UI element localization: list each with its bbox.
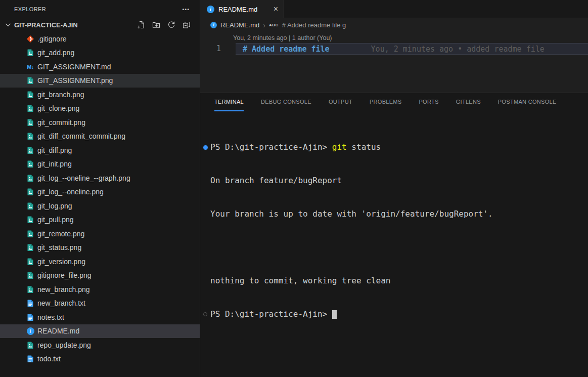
file-row-git_commit.png[interactable]: git_commit.png [0, 115, 200, 130]
terminal-blank-line [203, 242, 588, 253]
text-file-icon [26, 299, 34, 307]
command-success-decoration-icon[interactable] [203, 145, 208, 150]
breadcrumb-symbol[interactable]: # Added readme file g [282, 21, 346, 29]
root-folder-label: GIT-PRACTICE-AJIN [14, 21, 78, 29]
terminal-output-line: On branch feature/bugReport [203, 175, 588, 186]
image-file-icon [26, 258, 34, 266]
file-row-git_pull.png[interactable]: git_pull.png [0, 213, 200, 227]
image-file-icon [26, 202, 34, 210]
symbol-string-icon: ABC [269, 23, 279, 27]
image-file-icon [26, 132, 34, 140]
close-icon[interactable]: × [274, 5, 278, 13]
image-file-icon [26, 91, 34, 99]
terminal-prompt: PS D:\git-practice-Ajin> [210, 142, 332, 153]
file-tree: .gitignore git_add.png M↓ GIT_ASSIGNMENT… [0, 32, 200, 366]
terminal-output-line: nothing to commit, working tree clean [203, 275, 588, 286]
new-file-icon[interactable] [137, 21, 145, 29]
refresh-icon[interactable] [167, 21, 175, 29]
breadcrumb: i README.md › ABC # Added readme file g [200, 18, 588, 32]
line-number: 1 [200, 43, 233, 55]
file-row-new_branch.txt[interactable]: new_branch.txt [0, 297, 200, 311]
chevron-down-icon [4, 21, 12, 29]
image-file-icon [26, 341, 34, 349]
editor-code-line[interactable]: 1 # Added readme fileYou, 2 minutes ago … [200, 43, 588, 55]
text-file-icon [26, 355, 34, 363]
new-folder-icon[interactable] [152, 21, 160, 29]
file-row-git_diff.png[interactable]: git_diff.png [0, 143, 200, 157]
readme-info-icon: i [207, 6, 214, 13]
text-file-icon [26, 313, 34, 321]
file-row-git_log.png[interactable]: git_log.png [0, 199, 200, 213]
tab-postman-console[interactable]: POSTMAN CONSOLE [498, 93, 557, 111]
main-area: i README.md × i README.md › ABC # Added … [200, 0, 588, 377]
file-row-.gitignore[interactable]: .gitignore [0, 32, 200, 46]
tab-ports[interactable]: PORTS [419, 93, 438, 111]
editor-body[interactable]: You, 2 minutes ago | 1 author (You) 1 # … [200, 32, 588, 93]
file-row-todo.txt[interactable]: todo.txt [0, 352, 200, 366]
git-file-icon [26, 35, 34, 43]
image-file-icon [26, 188, 34, 196]
gitlens-inline-blame: You, 2 minutes ago • added readme file [371, 45, 545, 54]
image-file-icon [26, 76, 34, 85]
image-file-icon [26, 230, 34, 238]
terminal-prompt: PS D:\git-practice-Ajin> [210, 309, 332, 320]
file-row-git_log_--oneline_--graph.png[interactable]: git_log_--oneline_--graph.png [0, 171, 200, 185]
terminal[interactable]: PS D:\git-practice-Ajin> git status On b… [200, 111, 588, 377]
tab-output[interactable]: OUTPUT [329, 93, 352, 111]
file-row-git_add.png[interactable]: git_add.png [0, 46, 200, 60]
terminal-command-args: status [347, 142, 381, 153]
terminal-output-line: Your branch is up to date with 'origin/f… [203, 208, 588, 220]
file-row-repo_update.png[interactable]: repo_update.png [0, 338, 200, 352]
image-file-icon [26, 243, 34, 252]
file-row-GIT_ASSIGNMENT.png[interactable]: GIT_ASSIGNMENT.png [0, 74, 200, 88]
editor-group: i README.md × i README.md › ABC # Added … [200, 0, 588, 93]
breadcrumb-file[interactable]: README.md [220, 21, 259, 29]
tab-gitlens[interactable]: GITLENS [456, 93, 481, 111]
tab-label: README.md [218, 6, 269, 13]
collapse-all-icon[interactable] [183, 21, 191, 29]
file-row-git_status.png[interactable]: git_status.png [0, 241, 200, 255]
terminal-input-line[interactable]: PS D:\git-practice-Ajin> [203, 309, 588, 320]
breadcrumb-separator-icon: › [263, 21, 265, 29]
tab-debug-console[interactable]: DEBUG CONSOLE [261, 93, 311, 111]
file-row-GIT_ASSIGNMENT.md[interactable]: M↓ GIT_ASSIGNMENT.md [0, 60, 200, 74]
explorer-title: EXPLORER [14, 6, 46, 12]
file-row-git_diff_commit_commit.png[interactable]: git_diff_commit_commit.png [0, 130, 200, 144]
tab-terminal[interactable]: TERMINAL [214, 93, 244, 111]
explorer-sidebar: EXPLORER ••• GIT-PRACTICE-AJIN [0, 0, 200, 377]
file-row-git_log_--oneline.png[interactable]: git_log_--oneline.png [0, 185, 200, 199]
file-row-git_version.png[interactable]: git_version.png [0, 255, 200, 269]
terminal-command: git [332, 142, 347, 153]
markdown-file-icon: M↓ [27, 64, 34, 70]
gitlens-codelens[interactable]: You, 2 minutes ago | 1 author (You) [233, 34, 588, 43]
file-row-gitignore_file.png[interactable]: gitignore_file.png [0, 269, 200, 283]
file-row-README.md[interactable]: i README.md [0, 324, 200, 339]
tab-readme[interactable]: i README.md × [200, 0, 284, 18]
file-row-git_clone.png[interactable]: git_clone.png [0, 102, 200, 116]
file-row-git_remote.png[interactable]: git_remote.png [0, 227, 200, 241]
panel-tab-bar: TERMINAL DEBUG CONSOLE OUTPUT PROBLEMS P… [200, 93, 588, 111]
image-file-icon [26, 146, 34, 154]
file-row-git_init.png[interactable]: git_init.png [0, 157, 200, 172]
file-row-notes.txt[interactable]: notes.txt [0, 310, 200, 324]
image-file-icon [26, 271, 34, 279]
image-file-icon [26, 216, 34, 224]
image-file-icon [26, 160, 34, 168]
bottom-panel: TERMINAL DEBUG CONSOLE OUTPUT PROBLEMS P… [200, 93, 588, 377]
file-row-new_branch.png[interactable]: new_branch.png [0, 282, 200, 297]
tab-problems[interactable]: PROBLEMS [370, 93, 402, 111]
terminal-command-line: PS D:\git-practice-Ajin> git status [203, 142, 588, 153]
readme-info-icon: i [210, 22, 217, 28]
readme-info-icon: i [27, 327, 34, 335]
vscode-window: EXPLORER ••• GIT-PRACTICE-AJIN [0, 0, 588, 377]
image-file-icon [26, 285, 34, 294]
markdown-heading-code[interactable]: # Added readme file [243, 45, 330, 54]
image-file-icon [26, 104, 34, 112]
explorer-toolbar [137, 21, 191, 29]
editor-tab-bar: i README.md × [200, 0, 588, 18]
file-row-git_branch.png[interactable]: git_branch.png [0, 88, 200, 102]
more-actions-icon[interactable]: ••• [182, 6, 190, 12]
folder-root-row[interactable]: GIT-PRACTICE-AJIN [0, 18, 200, 32]
image-file-icon [26, 118, 34, 127]
current-line-highlight[interactable]: # Added readme fileYou, 2 minutes ago • … [236, 43, 588, 55]
